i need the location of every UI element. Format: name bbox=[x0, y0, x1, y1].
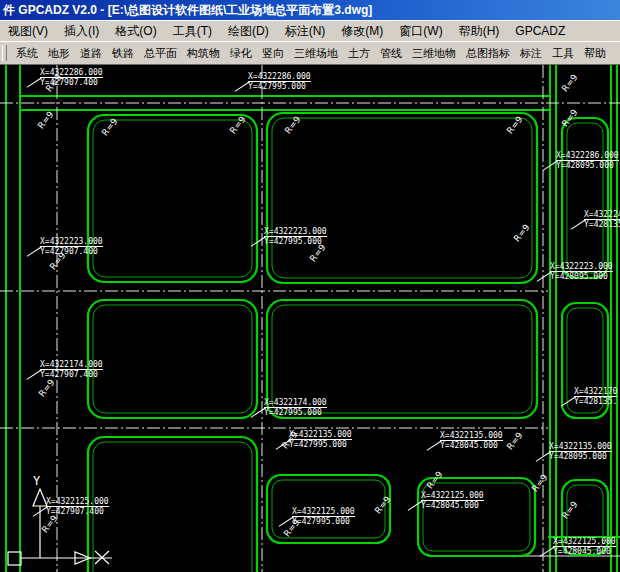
coordinate-label: X=4322125.000Y=428045.000 bbox=[553, 537, 616, 556]
ucs-y-arrowhead bbox=[33, 489, 47, 506]
drawing-geometry: Y bbox=[0, 65, 620, 572]
coordinate-label: X=4322286.000Y=428095.000 bbox=[556, 151, 619, 170]
toolbar-item-terrain[interactable]: 地形 bbox=[43, 44, 75, 63]
menu-item-modify[interactable]: 修改(M) bbox=[333, 21, 391, 42]
coordinate-label: X=4322125.000Y=428045.000 bbox=[421, 491, 484, 510]
toolbar-item-tools[interactable]: 工具 bbox=[547, 44, 579, 63]
parcel-inner-lines bbox=[93, 118, 603, 572]
toolbar-item-vertical[interactable]: 竖向 bbox=[257, 44, 289, 63]
window-title: 件 GPCADZ V2.0 - [E:\总图设计软件图纸\工业场地总平面布置3.… bbox=[3, 3, 372, 17]
toolbar-item-railway[interactable]: 铁路 bbox=[107, 44, 139, 63]
menu-item-format[interactable]: 格式(O) bbox=[107, 21, 164, 42]
toolbar-item-system[interactable]: 系统 bbox=[11, 44, 43, 63]
toolbar-item-structures[interactable]: 构筑物 bbox=[182, 44, 225, 63]
coordinate-label: X=432224Y=428135 bbox=[584, 210, 620, 229]
gpcadz-toolbar: 系统 地形 道路 铁路 总平面 构筑物 绿化 竖向 三维场地 土方 管线 三维地… bbox=[0, 41, 620, 65]
toolbar-item-site-plan[interactable]: 总平面 bbox=[139, 44, 182, 63]
toolbar-item-greening[interactable]: 绿化 bbox=[225, 44, 257, 63]
menu-item-dimension[interactable]: 标注(N) bbox=[277, 21, 334, 42]
coordinate-label: X=4322170Y=428135. bbox=[574, 387, 617, 406]
menu-bar: 视图(V) 插入(I) 格式(O) 工具(T) 绘图(D) 标注(N) 修改(M… bbox=[0, 20, 620, 41]
title-bar: 件 GPCADZ V2.0 - [E:\总图设计软件图纸\工业场地总平面布置3.… bbox=[0, 0, 620, 20]
menu-item-draw[interactable]: 绘图(D) bbox=[220, 21, 277, 42]
toolbar-item-annotation[interactable]: 标注 bbox=[515, 44, 547, 63]
coordinate-label: X=4322174.000Y=427995.000 bbox=[264, 398, 327, 417]
menu-item-help[interactable]: 帮助(H) bbox=[451, 21, 508, 42]
toolbar-item-help[interactable]: 帮助 bbox=[579, 44, 611, 63]
menu-item-view[interactable]: 视图(V) bbox=[0, 21, 56, 42]
drawing-canvas[interactable]: Y X=4322286.000Y=427907.400 X=4322286.00… bbox=[0, 65, 620, 572]
coordinate-label: X=4322223.000Y=428095.000 bbox=[550, 262, 613, 281]
menu-item-tools[interactable]: 工具(T) bbox=[165, 21, 220, 42]
menu-item-insert[interactable]: 插入(I) bbox=[56, 21, 107, 42]
toolbar-item-earthwork[interactable]: 土方 bbox=[343, 44, 375, 63]
coordinate-label: X=4322135.000Y=428045.000 bbox=[440, 431, 503, 450]
toolbar-item-3d-features[interactable]: 三维地物 bbox=[407, 44, 461, 63]
toolbar-item-3d-site[interactable]: 三维场地 bbox=[289, 44, 343, 63]
menu-item-window[interactable]: 窗口(W) bbox=[391, 21, 450, 42]
menu-item-gpcadz[interactable]: GPCADZ bbox=[507, 22, 573, 40]
coordinate-label: X=4322223.000Y=427907.400 bbox=[40, 237, 103, 256]
coordinate-label: X=4322135.000Y=428095.000 bbox=[549, 442, 612, 461]
ucs-y-label: Y bbox=[33, 474, 41, 488]
toolbar-item-site-indicators[interactable]: 总图指标 bbox=[461, 44, 515, 63]
road-edge-lines bbox=[6, 65, 620, 572]
toolbar-grip[interactable] bbox=[2, 45, 7, 61]
coordinate-label: X=4322125.000Y=427907.400 bbox=[46, 497, 109, 516]
coordinate-label: X=4322286.000Y=427995.000 bbox=[248, 72, 311, 91]
toolbar-item-pipeline[interactable]: 管线 bbox=[375, 44, 407, 63]
toolbar-item-road[interactable]: 道路 bbox=[75, 44, 107, 63]
coordinate-label: X=4322223.000Y=427995.000 bbox=[264, 227, 327, 246]
